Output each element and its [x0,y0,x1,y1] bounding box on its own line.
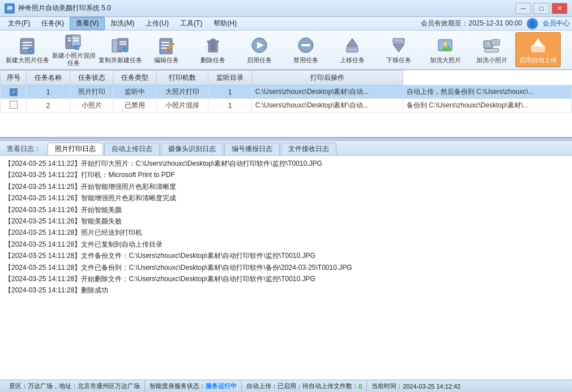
log-tab-print[interactable]: 照片打印日志 [48,143,103,155]
svg-rect-1 [23,42,32,43]
log-tab-receive[interactable]: 文件接收日志 [281,143,336,155]
disable-task-icon [296,35,316,55]
svg-text:+: + [76,45,79,50]
new-large-task-icon: + [17,35,37,55]
row-status: 已禁用 [113,99,156,113]
log-line: 【2024-03-25 14:11:26】开始智能美颜 [5,204,567,216]
log-line: 【2024-03-25 14:11:26】智能增强照片色彩和清晰度完成 [5,192,567,204]
log-tab-upload[interactable]: 自动上传日志 [104,143,160,155]
svg-text:+: + [125,48,127,53]
edit-task-icon [156,35,177,55]
app-title: 神奇照片自动美颜打印系统 5.0 [18,3,515,13]
move-up-task-icon [342,35,362,55]
svg-point-44 [486,42,490,45]
row-checkbox-cell[interactable] [1,99,27,113]
table-row[interactable]: 1照片打印监听中大照片打印1C:\Users\zhouxc\Desktop\素材… [1,85,572,99]
log-tab-camera[interactable]: 摄像头识别日志 [161,143,223,155]
member-info: 会员有效期至：2025-12-31 00:00 👤 会员中心 [421,18,570,29]
row-checkbox[interactable] [10,101,18,109]
svg-rect-3 [23,48,28,49]
status-time: 当前时间： 2024-03-25 14:12:42 [367,380,465,392]
svg-rect-16 [119,41,126,42]
log-line: 【2024-03-25 14:11:25】开始智能增强照片色彩和清晰度 [5,181,567,192]
wash-small-icon [481,35,502,55]
new-large-task-label: 新建大照片任务 [6,57,49,64]
menu-upload[interactable]: 上传(U) [140,18,174,29]
svg-rect-11 [73,40,79,41]
service-status: 服务运行中 [206,382,237,390]
new-small-task-label: 新建小照片混排任务 [52,52,96,67]
row-name: 小照片 [70,99,113,113]
minimize-button[interactable]: ─ [515,3,531,14]
svg-rect-22 [161,45,169,46]
log-content[interactable]: 【2024-03-25 14:11:22】开始打印大照片：C:\Users\zh… [0,156,572,380]
col-header-type: 任务类型 [113,71,156,85]
auto-upload-icon [528,35,548,55]
log-line: 【2024-03-25 14:11:28】删除成功 [5,285,567,296]
svg-point-41 [443,42,447,46]
enable-task-button[interactable]: 启用任务 [237,32,282,67]
svg-rect-35 [301,44,310,46]
move-up-task-button[interactable]: 上移任务 [330,32,375,67]
row-num: 1 [27,85,70,99]
log-line: 【2024-03-25 14:11:28】文件已备份到：C:\Users\zho… [5,262,567,273]
log-line: 【2024-03-25 14:11:28】开始删除文件：C:\Users\zho… [5,273,567,285]
disable-task-button[interactable]: 禁用任务 [283,32,328,67]
task-table-area: 序号 任务名称 任务状态 任务类型 打印机数 监听目录 打印后操作 1照片打印监… [0,70,572,138]
table-header-row: 序号 任务名称 任务状态 任务类型 打印机数 监听目录 打印后操作 [1,71,572,85]
time-value: 2024-03-25 14:12:42 [403,383,460,390]
log-tab-broadcast[interactable]: 编号播报日志 [224,143,280,155]
row-checkbox-cell[interactable] [1,85,27,99]
svg-rect-2 [23,45,32,46]
copy-new-task-button[interactable]: + 复制并新建任务 [97,32,143,67]
col-header-dir: 监听目录 [208,71,251,85]
delete-task-icon [203,35,223,55]
maximize-button[interactable]: □ [533,3,549,14]
new-small-task-button[interactable]: + 新建小照片混排任务 [51,32,96,67]
log-line: 【2024-03-25 14:11:26】智能美颜失败 [5,216,567,227]
move-down-task-button[interactable]: 下移任务 [376,32,421,67]
table-row[interactable]: 2小照片已禁用小照片混排1C:\Users\zhouxc\Desktop\素材\… [1,99,572,113]
log-line: 【2024-03-25 14:11:28】文件备份文件：C:\Users\zho… [5,250,567,261]
log-line: 【2024-03-25 14:11:28】照片已经送到打印机 [5,227,567,238]
col-header-name: 任务名称 [27,71,70,85]
wash-small-button[interactable]: 加洗小照片 [469,32,514,67]
row-checkbox[interactable] [10,88,18,96]
log-tabs: 查看日志： 照片打印日志 自动上传日志 摄像头识别日志 编号播报日志 文件接收日… [0,141,572,156]
menu-help[interactable]: 帮助(H) [208,18,242,29]
row-dir: C:\Users\zhouxc\Desktop\素材\自动... [251,99,403,113]
enable-task-icon [249,35,270,55]
menu-task[interactable]: 任务(K) [36,18,70,29]
close-button[interactable]: ✕ [552,3,567,14]
member-expiry: 会员有效期至：2025-12-31 00:00 [421,19,522,28]
statusbar: 景区：万达广场，地址：北京市通州区万达广场 智能度身服务状态： 服务运行中 自动… [0,380,572,392]
wash-large-label: 加洗大照片 [430,57,461,64]
wash-small-label: 加洗小照片 [476,57,507,64]
move-down-task-label: 下移任务 [386,57,411,64]
location-text: 景区：万达广场，地址：北京市通州区万达广场 [9,382,140,390]
titlebar: 神 神奇照片自动美颜打印系统 5.0 ─ □ ✕ [0,0,572,17]
window-controls: ─ □ ✕ [515,3,567,14]
svg-rect-28 [211,39,215,41]
menu-tools[interactable]: 工具(T) [174,18,208,29]
member-center-link[interactable]: 会员中心 [543,19,570,28]
new-large-task-button[interactable]: + 新建大照片任务 [5,32,50,67]
menu-file[interactable]: 文件(F) [2,18,36,29]
row-type: 小照片混排 [156,99,208,113]
delete-task-button[interactable]: 删除任务 [190,32,236,67]
menu-wash[interactable]: 加洗(M) [105,18,140,29]
move-up-task-label: 上移任务 [340,57,365,64]
copy-new-task-icon: + [110,35,130,55]
wash-large-icon [435,35,455,55]
svg-rect-17 [119,44,126,45]
time-label: 当前时间： [372,382,403,390]
edit-task-label: 编辑任务 [154,57,179,64]
app-icon: 神 [5,3,15,14]
edit-task-button[interactable]: 编辑任务 [144,32,189,67]
row-type: 大照片打印 [156,85,208,99]
auto-upload-button[interactable]: 启用自动上传 [515,32,561,67]
log-tabs-label: 查看日志： [2,143,45,155]
menu-view[interactable]: 查看(V) [70,17,105,30]
svg-marker-37 [347,38,358,46]
wash-large-button[interactable]: 加洗大照片 [422,32,468,67]
